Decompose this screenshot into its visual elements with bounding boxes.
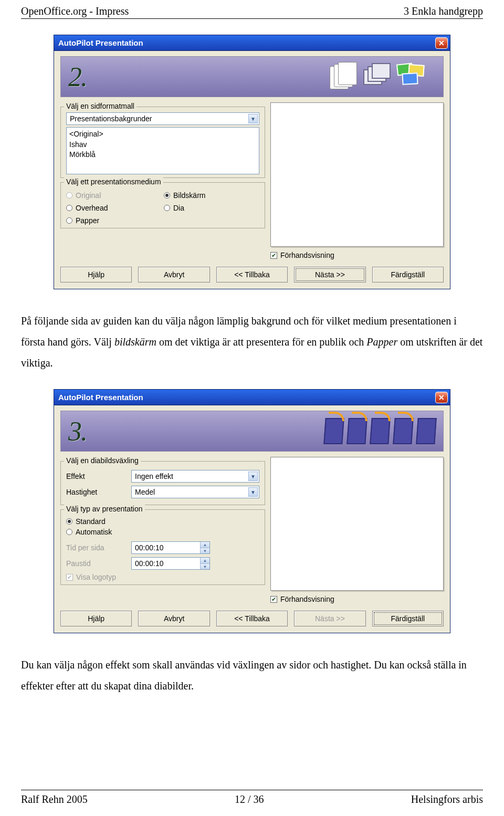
titlebar[interactable]: AutoPilot Presentation ✕: [54, 35, 450, 51]
preview-checkbox[interactable]: ✔ Förhandsvisning: [270, 251, 444, 259]
header-icons: [328, 62, 436, 91]
body-paragraph-1: På följande sida av guiden kan du välja …: [21, 310, 483, 373]
radio-icon: [66, 529, 72, 535]
back-button[interactable]: << Tillbaka: [216, 611, 288, 626]
time-per-slide-spinner[interactable]: 00:00:10 ▲▼: [131, 541, 210, 554]
next-button[interactable]: Nästa >>: [294, 267, 365, 283]
header-right: 3 Enkla handgrepp: [404, 5, 483, 17]
finish-button[interactable]: Färdigställ: [372, 611, 444, 626]
template-listbox[interactable]: <Original> Ishav Mörkblå: [66, 127, 259, 174]
radio-icon: [66, 205, 72, 211]
preview-checkbox[interactable]: ✔ Förhandsvisning: [270, 595, 444, 603]
group-slide-transition: Välj en diabildsväxling Effekt Ingen eff…: [60, 461, 265, 505]
checkbox-icon: ✔: [270, 252, 277, 259]
group-presentation-medium: Välj ett presentationsmedium Original Bi…: [60, 182, 265, 228]
spin-down-icon[interactable]: ▼: [200, 548, 209, 553]
step-number: 2.: [68, 61, 87, 92]
radio-original: Original: [66, 191, 162, 200]
radio-papper[interactable]: Papper: [66, 216, 162, 225]
header-left: OpenOffice.org - Impress: [21, 5, 129, 17]
spin-up-icon[interactable]: ▲: [200, 558, 209, 563]
group-legend: Välj ett presentationsmedium: [64, 177, 163, 186]
autopilot-dialog-step2: AutoPilot Presentation ✕ 2.: [54, 35, 450, 289]
template-category-dropdown[interactable]: Presentationsbakgrunder ▼: [66, 112, 259, 125]
dropdown-value: Presentationsbakgrunder: [70, 114, 152, 123]
radio-icon: [66, 192, 72, 198]
list-item[interactable]: Ishav: [69, 140, 256, 150]
footer-left: Ralf Rehn 2005: [21, 793, 88, 805]
close-icon[interactable]: ✕: [435, 37, 448, 49]
slides-icon: [361, 62, 391, 91]
radio-dia[interactable]: Dia: [164, 204, 259, 212]
page-header: OpenOffice.org - Impress 3 Enkla handgre…: [21, 5, 483, 19]
speed-dropdown[interactable]: Medel ▼: [131, 486, 259, 498]
pause-time-spinner[interactable]: 00:00:10 ▲▼: [131, 557, 210, 570]
autopilot-dialog-step3: AutoPilot Presentation ✕ 3. Välj en diab…: [54, 389, 450, 633]
radio-icon: [66, 217, 72, 224]
preview-pane: [270, 102, 444, 247]
speed-label: Hastighet: [66, 488, 124, 496]
window-title: AutoPilot Presentation: [58, 38, 143, 47]
help-button[interactable]: Hjälp: [60, 267, 132, 283]
radio-standard[interactable]: Standard: [66, 517, 259, 526]
pages-icon: [328, 62, 357, 91]
pause-time-label: Paustid: [66, 559, 124, 568]
photos-icon: [395, 62, 436, 91]
wizard-step-header: 3.: [60, 411, 444, 452]
header-icons: [324, 418, 436, 444]
step-number: 3.: [68, 416, 87, 447]
show-logo-checkbox: ✔ Visa logotyp: [66, 573, 259, 581]
group-presentation-type: Välj typ av presentation Standard Automa…: [60, 509, 265, 585]
help-button[interactable]: Hjälp: [60, 611, 132, 626]
close-icon[interactable]: ✕: [435, 392, 448, 403]
spin-down-icon[interactable]: ▼: [200, 563, 209, 569]
radio-icon: [66, 518, 72, 525]
chevron-down-icon[interactable]: ▼: [248, 114, 258, 123]
radio-icon: [164, 192, 170, 198]
group-legend: Välj en diabildsväxling: [64, 456, 141, 465]
cancel-button[interactable]: Avbryt: [138, 611, 209, 626]
effect-dropdown[interactable]: Ingen effekt ▼: [131, 470, 259, 483]
chevron-down-icon[interactable]: ▼: [248, 487, 258, 497]
cancel-button[interactable]: Avbryt: [138, 267, 209, 283]
effect-label: Effekt: [66, 472, 124, 480]
radio-automatisk[interactable]: Automatisk: [66, 528, 259, 536]
back-button[interactable]: << Tillbaka: [216, 267, 288, 283]
time-per-slide-label: Tid per sida: [66, 543, 124, 552]
chevron-down-icon[interactable]: ▼: [248, 472, 258, 481]
radio-overhead[interactable]: Overhead: [66, 204, 162, 212]
radio-icon: [164, 205, 170, 211]
finish-button[interactable]: Färdigställ: [372, 267, 444, 283]
group-legend: Välj en sidformatmall: [64, 102, 136, 110]
page-footer: Ralf Rehn 2005 12 / 36 Helsingfors arbis: [21, 790, 483, 805]
spin-up-icon[interactable]: ▲: [200, 542, 209, 548]
titlebar[interactable]: AutoPilot Presentation ✕: [54, 390, 450, 405]
wizard-step-header: 2.: [60, 56, 444, 97]
radio-bildskarm[interactable]: Bildskärm: [164, 191, 259, 200]
footer-right: Helsingfors arbis: [411, 793, 483, 805]
list-item[interactable]: <Original>: [69, 129, 256, 140]
body-paragraph-2: Du kan välja någon effekt som skall anvä…: [21, 654, 483, 696]
window-title: AutoPilot Presentation: [58, 393, 143, 402]
checkbox-icon: ✔: [270, 596, 277, 603]
footer-center: 12 / 36: [235, 793, 264, 805]
preview-pane: [270, 457, 444, 591]
group-legend: Välj typ av presentation: [64, 505, 145, 513]
next-button: Nästa >>: [294, 611, 365, 626]
group-page-template: Välj en sidformatmall Presentationsbakgr…: [60, 107, 265, 178]
checkbox-icon: ✔: [66, 574, 73, 581]
list-item[interactable]: Mörkblå: [69, 150, 256, 160]
